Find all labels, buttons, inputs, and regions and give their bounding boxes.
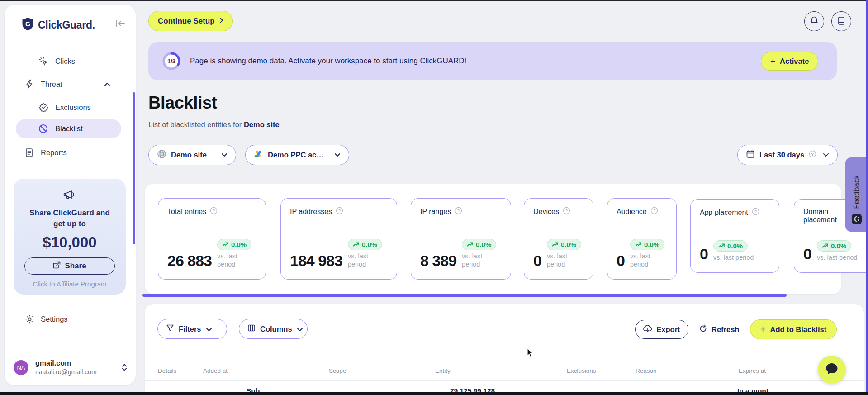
taskbar-edge bbox=[0, 392, 868, 395]
stat-card-label: Devices bbox=[533, 208, 559, 216]
refresh-icon bbox=[699, 324, 707, 335]
columns-icon bbox=[247, 324, 256, 334]
lightning-icon bbox=[25, 79, 34, 89]
ppc-account-selector[interactable]: Demo PPC ac… bbox=[245, 145, 349, 165]
filters-button[interactable]: Filters bbox=[157, 319, 227, 339]
google-ads-icon bbox=[254, 150, 263, 160]
column-header-details[interactable]: Details bbox=[158, 367, 176, 374]
stat-card-note: vs. last period bbox=[713, 253, 754, 262]
workspace-switcher[interactable]: NA gmail.com naatali.ro@gmail.com bbox=[14, 355, 128, 380]
sidebar-item-label: Blacklist bbox=[55, 124, 83, 133]
promo-text: Share ClickGuard and get up to bbox=[14, 208, 126, 229]
chevron-right-icon bbox=[219, 17, 223, 26]
chat-widget-button[interactable] bbox=[818, 356, 846, 384]
sidebar-item-reports[interactable]: Reports bbox=[12, 144, 128, 161]
trend-up-icon bbox=[718, 242, 725, 250]
chevron-up-icon bbox=[104, 82, 110, 86]
stat-card-note: vs. last period bbox=[547, 252, 575, 268]
stat-card-note: vs. last period bbox=[630, 252, 658, 268]
column-header-scope[interactable]: Scope bbox=[329, 367, 346, 374]
activate-button[interactable]: + Activate bbox=[761, 52, 818, 71]
stat-card-value: 0 bbox=[700, 246, 708, 262]
funnel-icon bbox=[166, 324, 174, 334]
table-header-divider bbox=[145, 380, 864, 381]
share-button[interactable]: Share bbox=[24, 257, 115, 275]
date-range-selector[interactable]: Last 30 days ? bbox=[737, 145, 838, 165]
stat-card-delta-badge: 0.0% bbox=[817, 240, 851, 252]
stat-card-value: 8 389 bbox=[420, 253, 456, 268]
columns-label: Columns bbox=[260, 325, 292, 333]
stat-card-value: 0 bbox=[533, 253, 541, 268]
stat-card-audience: Audience?00.0%vs. last period bbox=[607, 198, 677, 280]
plus-icon: + bbox=[760, 324, 766, 335]
export-button[interactable]: Export bbox=[635, 320, 688, 339]
globe-icon bbox=[157, 149, 166, 161]
help-circle-icon[interactable]: ? bbox=[563, 207, 570, 216]
stat-card-ip-ranges: IP ranges?8 3890.0%vs. last period bbox=[411, 198, 511, 280]
column-header-expires-at[interactable]: Expires at bbox=[739, 367, 766, 374]
trend-up-icon bbox=[552, 241, 559, 248]
notifications-button[interactable] bbox=[804, 11, 824, 31]
help-circle-icon[interactable]: ? bbox=[752, 208, 759, 217]
continue-setup-button[interactable]: Continue Setup bbox=[148, 11, 233, 31]
column-header-entity[interactable]: Entity bbox=[435, 367, 451, 374]
sidebar-collapse-icon[interactable] bbox=[115, 19, 125, 30]
cards-horizontal-scrollbar[interactable] bbox=[142, 294, 787, 297]
sidebar-item-clicks[interactable]: Clicks bbox=[12, 53, 128, 69]
page-subtitle: List of blacklisted entities for Demo si… bbox=[148, 120, 280, 129]
columns-button[interactable]: Columns bbox=[239, 319, 308, 339]
stat-card-label: App placement bbox=[700, 209, 748, 217]
docs-button[interactable] bbox=[831, 11, 851, 31]
add-to-blacklist-label: Add to Blacklist bbox=[770, 325, 827, 334]
svg-text:?: ? bbox=[457, 208, 460, 213]
column-header-reason[interactable]: Reason bbox=[636, 367, 657, 374]
date-range-value: Last 30 days bbox=[759, 151, 804, 159]
svg-text:?: ? bbox=[565, 208, 568, 213]
chat-bubble-icon bbox=[825, 362, 839, 377]
site-selector[interactable]: Demo site bbox=[148, 145, 236, 165]
demo-data-banner: 1/3 Page is showing demo data. Activate … bbox=[148, 42, 837, 80]
svg-text:?: ? bbox=[213, 208, 215, 213]
stat-card-delta-badge: 0.0% bbox=[713, 240, 748, 252]
help-circle-icon[interactable]: ? bbox=[210, 207, 218, 216]
book-icon bbox=[837, 16, 845, 27]
page-subtitle-prefix: List of blacklisted entities for bbox=[148, 120, 244, 128]
svg-text:?: ? bbox=[754, 209, 757, 214]
window-accent-strip bbox=[866, 0, 868, 395]
activate-label: Activate bbox=[780, 57, 809, 66]
badge-check-icon bbox=[39, 103, 48, 112]
banner-message: Page is showing demo data. Activate your… bbox=[190, 42, 466, 80]
sidebar-item-blacklist[interactable]: Blacklist bbox=[16, 119, 121, 138]
help-circle-icon[interactable]: ? bbox=[650, 207, 658, 216]
sidebar-item-exclusions[interactable]: Exclusions bbox=[12, 99, 128, 115]
clickguard-shield-icon: G bbox=[22, 17, 34, 33]
refresh-button[interactable]: Refresh bbox=[699, 320, 739, 339]
help-circle-icon[interactable]: ? bbox=[336, 207, 343, 216]
column-header-exclusions[interactable]: Exclusions bbox=[567, 367, 596, 374]
chevron-down-icon bbox=[221, 153, 228, 157]
app-logo: G ClickGuard. bbox=[22, 17, 95, 33]
blacklist-table-card bbox=[145, 304, 864, 395]
stat-card-note: vs. last period bbox=[348, 252, 376, 268]
help-circle-icon[interactable]: ? bbox=[455, 207, 462, 216]
sidebar-scrollbar[interactable] bbox=[133, 92, 135, 244]
sidebar-item-threat[interactable]: Threat bbox=[12, 76, 128, 92]
stat-card-devices: Devices?00.0%vs. last period bbox=[524, 198, 593, 280]
column-header-added-at[interactable]: Added at bbox=[203, 367, 228, 374]
stat-card-value: 184 983 bbox=[290, 253, 342, 268]
stat-card-delta-badge: 0.0% bbox=[217, 239, 251, 250]
affiliate-promo-card[interactable]: Share ClickGuard and get up to $10,000 S… bbox=[14, 179, 126, 295]
feedback-tab[interactable]: Feedback bbox=[845, 157, 868, 232]
stat-card-value: 0 bbox=[803, 246, 811, 262]
megaphone-icon bbox=[63, 189, 76, 203]
add-to-blacklist-button[interactable]: + Add to Blacklist bbox=[750, 319, 837, 339]
chevron-down-icon bbox=[206, 325, 212, 333]
stat-card-total-entries: Total entries?26 8830.0%vs. last period bbox=[158, 198, 266, 280]
ppc-selector-value: Demo PPC ac… bbox=[268, 151, 324, 159]
sidebar-item-settings[interactable]: Settings bbox=[12, 311, 128, 327]
cloud-download-icon bbox=[643, 324, 652, 334]
share-button-label: Share bbox=[65, 262, 86, 271]
stat-card-label: IP addresses bbox=[290, 208, 332, 216]
svg-text:G: G bbox=[25, 20, 30, 28]
bell-icon bbox=[810, 16, 819, 27]
